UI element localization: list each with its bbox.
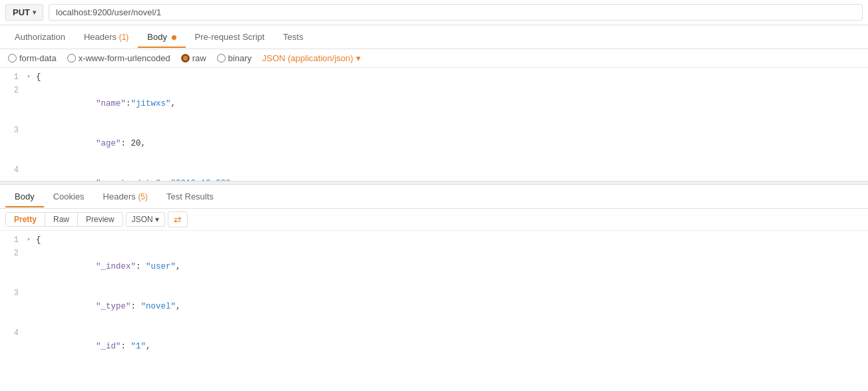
- request-code: 1 ▾ { 2 "name":"jitwxs", 3 "age": 20, 4: [0, 68, 868, 181]
- response-toolbar: Pretty Raw Preview JSON ▾ ⇄: [0, 209, 868, 231]
- resp-headers-badge: (5): [138, 192, 148, 201]
- tab-headers[interactable]: Headers (1): [75, 27, 138, 47]
- json-chevron-icon: ▾: [356, 53, 361, 63]
- view-preview-button[interactable]: Preview: [78, 213, 122, 226]
- view-raw-button[interactable]: Raw: [45, 213, 78, 226]
- json-format-select[interactable]: JSON (application/json) ▾: [262, 53, 361, 63]
- option-raw[interactable]: raw: [181, 53, 206, 63]
- req-line-2: 2 "name":"jitwxs",: [0, 84, 868, 124]
- resp-tab-test-results[interactable]: Test Results: [157, 186, 223, 207]
- resp-line-3: 3 "_type": "novel",: [0, 287, 868, 326]
- req-line-1: 1 ▾ {: [0, 70, 868, 84]
- option-binary[interactable]: binary: [217, 53, 252, 63]
- response-code: 1 ▾ { 2 "_index": "user", 3 "_type": "no…: [0, 231, 868, 364]
- body-dot: [172, 35, 176, 40]
- tab-pre-request-script[interactable]: Pre-request Script: [186, 27, 274, 47]
- request-tabs: Authorization Headers (1) Body Pre-reque…: [0, 25, 868, 49]
- headers-badge: (1): [119, 33, 129, 42]
- req-line-3: 3 "age": 20,: [0, 124, 868, 164]
- request-editor[interactable]: 1 ▾ { 2 "name":"jitwxs", 3 "age": 20, 4: [0, 68, 868, 181]
- url-input[interactable]: [49, 4, 863, 21]
- url-bar: PUT ▾: [0, 0, 868, 25]
- view-pretty-button[interactable]: Pretty: [6, 213, 45, 226]
- tab-body[interactable]: Body: [138, 27, 185, 47]
- option-urlencoded[interactable]: x-www-form-urlencoded: [67, 53, 170, 63]
- req-line-4: 4 "create_date": "2018-10-08": [0, 164, 868, 181]
- resp-tab-headers[interactable]: Headers (5): [94, 186, 157, 207]
- response-tabs: Body Cookies Headers (5) Test Results: [0, 185, 868, 209]
- tab-authorization[interactable]: Authorization: [5, 27, 75, 47]
- wrap-button[interactable]: ⇄: [168, 211, 188, 227]
- response-editor[interactable]: 1 ▾ { 2 "_index": "user", 3 "_type": "no…: [0, 231, 868, 364]
- tab-tests[interactable]: Tests: [274, 27, 312, 47]
- option-form-data[interactable]: form-data: [8, 53, 57, 63]
- resp-line-1: 1 ▾ {: [0, 233, 868, 247]
- resp-line-2: 2 "_index": "user",: [0, 247, 868, 287]
- method-button[interactable]: PUT ▾: [5, 4, 43, 21]
- resp-tab-body[interactable]: Body: [5, 186, 44, 207]
- format-chevron-icon: ▾: [155, 215, 159, 224]
- view-buttons: Pretty Raw Preview: [5, 212, 123, 227]
- resp-line-4: 4 "_id": "1",: [0, 326, 868, 364]
- method-label: PUT: [13, 7, 30, 17]
- method-chevron-icon: ▾: [33, 9, 36, 16]
- body-options: form-data x-www-form-urlencoded raw bina…: [0, 49, 868, 68]
- format-select[interactable]: JSON ▾: [126, 212, 165, 227]
- resp-tab-cookies[interactable]: Cookies: [44, 186, 94, 207]
